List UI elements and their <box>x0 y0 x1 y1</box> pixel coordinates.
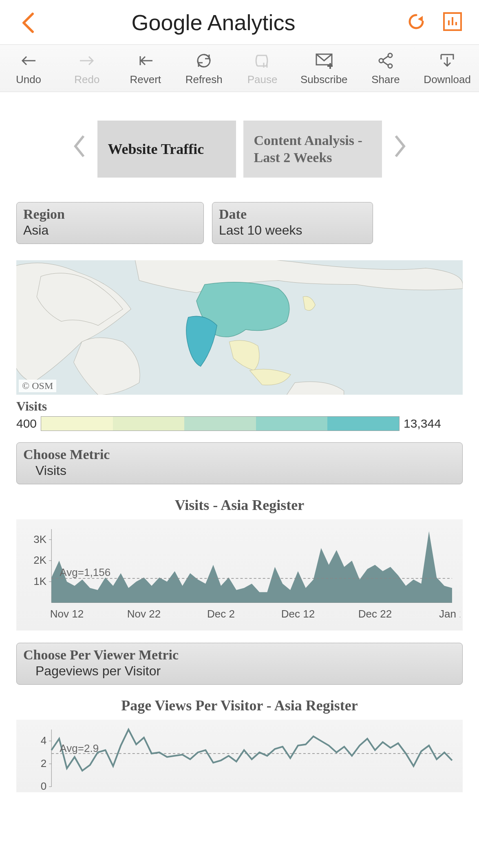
svg-point-6 <box>388 53 392 57</box>
tabs-prev-button[interactable] <box>67 132 92 166</box>
revert-label: Revert <box>130 73 161 86</box>
svg-text:4: 4 <box>41 734 46 747</box>
region-filter-value: Asia <box>23 223 197 238</box>
area-chart: Avg=1,156 1K2K3KNov 12Nov 22Dec 2Dec 12D… <box>19 525 460 623</box>
download-button[interactable]: Download <box>424 52 471 86</box>
region-filter[interactable]: Region Asia <box>16 202 204 244</box>
per-viewer-label: Choose Per Viewer Metric <box>23 647 456 663</box>
refresh-label: Refresh <box>185 73 223 86</box>
redo-button[interactable]: Redo <box>66 52 107 86</box>
view-tabs: Website Traffic Content Analysis - Last … <box>0 121 479 178</box>
svg-text:3K: 3K <box>33 533 46 545</box>
line-chart: Avg=2.9 024 <box>19 725 460 791</box>
page-title: Google Analytics <box>20 10 406 35</box>
header-actions <box>406 11 463 33</box>
svg-text:Dec 12: Dec 12 <box>281 608 315 620</box>
svg-text:1K: 1K <box>33 575 46 587</box>
legend-row: 400 13,344 <box>16 416 463 431</box>
per-viewer-metric-selector[interactable]: Choose Per Viewer Metric Pageviews per V… <box>16 643 463 685</box>
share-button[interactable]: Share <box>365 52 406 86</box>
download-icon <box>439 52 456 69</box>
svg-point-7 <box>388 64 392 68</box>
tab-label: Website Traffic <box>108 140 204 158</box>
subscribe-label: Subscribe <box>300 73 348 86</box>
refresh-button[interactable]: Refresh <box>183 52 224 86</box>
app-header: Google Analytics <box>0 0 479 45</box>
world-map <box>16 260 463 395</box>
svg-text:2K: 2K <box>33 554 46 566</box>
per-viewer-value: Pageviews per Visitor <box>23 664 456 679</box>
envelope-plus-icon <box>316 52 333 69</box>
tab-content-analysis[interactable]: Content Analysis - Last 2 Weeks <box>243 121 382 178</box>
undo-label: Undo <box>16 73 41 86</box>
download-label: Download <box>424 73 471 86</box>
bar-chart-icon <box>442 11 463 32</box>
reload-icon <box>406 12 426 31</box>
svg-text:2: 2 <box>41 757 46 769</box>
date-filter[interactable]: Date Last 10 weeks <box>212 202 373 244</box>
svg-text:Nov 12: Nov 12 <box>50 608 84 620</box>
tab-label: Content Analysis - Last 2 Weeks <box>254 132 371 167</box>
svg-text:Dec 2: Dec 2 <box>207 608 235 620</box>
reload-button[interactable] <box>406 12 426 33</box>
svg-text:Nov 22: Nov 22 <box>127 608 161 620</box>
pause-label: Pause <box>247 73 278 86</box>
back-button[interactable] <box>20 12 37 35</box>
svg-text:Avg=2.9: Avg=2.9 <box>60 742 99 754</box>
subscribe-button[interactable]: Subscribe <box>300 52 348 86</box>
svg-text:0: 0 <box>41 780 46 791</box>
chevron-left-icon <box>71 132 88 160</box>
legend-color-bar <box>41 416 400 431</box>
undo-icon <box>20 52 37 69</box>
chevron-right-icon <box>392 132 408 160</box>
legend-title: Visits <box>16 399 463 414</box>
pageviews-chart[interactable]: Avg=2.9 024 <box>16 720 463 792</box>
metric-selector-value: Visits <box>23 463 456 478</box>
tabs-next-button[interactable] <box>388 132 412 166</box>
map-attribution: © OSM <box>19 380 56 392</box>
visits-chart[interactable]: Avg=1,156 1K2K3KNov 12Nov 22Dec 2Dec 12D… <box>16 519 463 631</box>
svg-point-5 <box>379 59 383 63</box>
revert-icon <box>137 52 154 69</box>
share-label: Share <box>371 73 400 86</box>
undo-button[interactable]: Undo <box>8 52 49 86</box>
dashboard-button[interactable] <box>442 11 463 33</box>
metric-selector-label: Choose Metric <box>23 447 456 462</box>
svg-text:Avg=1,156: Avg=1,156 <box>60 566 110 578</box>
region-filter-label: Region <box>23 207 197 222</box>
chart2-title: Page Views Per Visitor - Asia Register <box>16 697 463 714</box>
metric-selector[interactable]: Choose Metric Visits <box>16 442 463 484</box>
legend-max: 13,344 <box>404 417 441 431</box>
pause-button: Pause <box>242 52 283 86</box>
toolbar: Undo Redo Revert Refresh Pause Subscribe <box>0 45 479 92</box>
pause-icon <box>254 52 271 69</box>
legend-min: 400 <box>16 417 37 431</box>
revert-button[interactable]: Revert <box>125 52 166 86</box>
date-filter-value: Last 10 weeks <box>219 223 366 238</box>
date-filter-label: Date <box>219 207 366 222</box>
svg-text:Dec 22: Dec 22 <box>358 608 392 620</box>
chevron-left-icon <box>20 12 37 33</box>
filter-row: Region Asia Date Last 10 weeks <box>16 202 463 244</box>
redo-icon <box>78 52 95 69</box>
redo-label: Redo <box>74 73 99 86</box>
map-visualization[interactable]: © OSM <box>16 260 463 395</box>
tab-website-traffic[interactable]: Website Traffic <box>97 121 236 178</box>
svg-text:Jan 1: Jan 1 <box>439 608 460 620</box>
chart1-title: Visits - Asia Register <box>16 497 463 514</box>
refresh-icon <box>195 52 212 69</box>
share-icon <box>377 52 394 69</box>
